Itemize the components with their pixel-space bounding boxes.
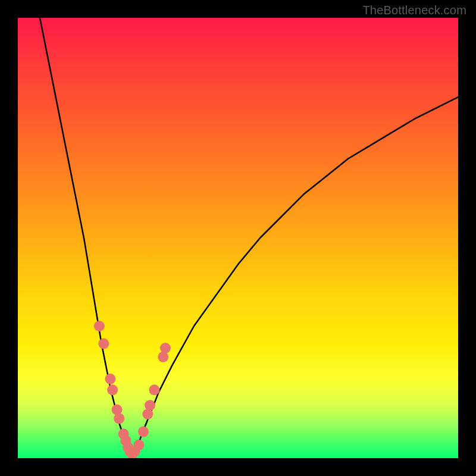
data-point	[98, 339, 109, 349]
data-point	[114, 413, 124, 424]
data-point	[149, 384, 159, 395]
data-point	[134, 440, 145, 450]
curve-path	[132, 97, 458, 458]
watermark-text: TheBottleneck.com	[362, 4, 466, 17]
data-point	[145, 400, 155, 411]
dots-group	[94, 321, 171, 458]
chart-overlay	[18, 18, 458, 458]
data-point	[138, 427, 149, 437]
chart-frame: TheBottleneck.com	[0, 0, 476, 476]
curve-group	[40, 18, 458, 458]
data-point	[94, 321, 105, 331]
plot-area	[18, 18, 458, 458]
data-point	[105, 374, 115, 384]
curve-path	[40, 18, 132, 458]
data-point	[107, 384, 118, 395]
data-point	[160, 343, 171, 353]
